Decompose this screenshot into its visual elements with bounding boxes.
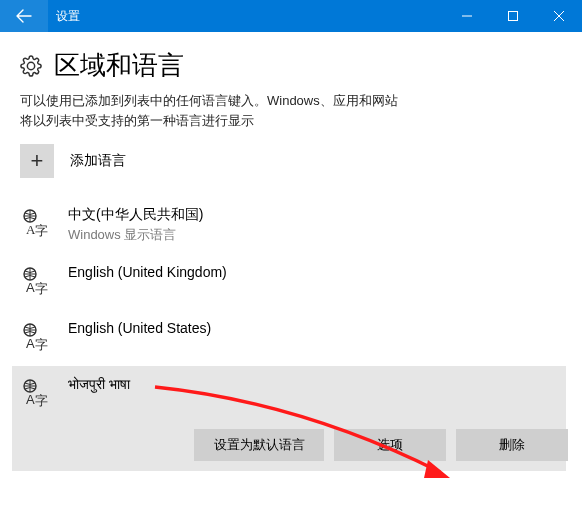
gear-icon: [20, 55, 42, 77]
svg-text:字: 字: [35, 281, 48, 296]
svg-text:字: 字: [35, 393, 48, 408]
language-subtitle: Windows 显示语言: [68, 226, 203, 244]
maximize-icon: [508, 11, 518, 21]
language-item-selected[interactable]: A 字 भोजपुरी भाषा 设置为默认语言 选项 删除: [12, 366, 566, 471]
maximize-button[interactable]: [490, 0, 536, 32]
window-controls: [444, 0, 582, 32]
remove-button[interactable]: 删除: [456, 429, 568, 461]
content-area: 区域和语言 可以使用已添加到列表中的任何语言键入。Windows、应用和网站 将…: [0, 32, 582, 520]
minimize-button[interactable]: [444, 0, 490, 32]
page-title: 区域和语言: [54, 48, 184, 83]
language-actions: 设置为默认语言 选项 删除: [194, 429, 568, 461]
language-item[interactable]: A 字 中文(中华人民共和国) Windows 显示语言: [20, 196, 562, 254]
add-language-button[interactable]: +: [20, 144, 54, 178]
options-button[interactable]: 选项: [334, 429, 446, 461]
close-button[interactable]: [536, 0, 582, 32]
svg-text:字: 字: [35, 223, 48, 238]
svg-text:字: 字: [35, 337, 48, 352]
language-item[interactable]: A 字 English (United States): [20, 310, 562, 366]
language-icon: A 字: [20, 378, 50, 408]
svg-text:A: A: [26, 280, 35, 295]
back-button[interactable]: [0, 0, 48, 32]
language-name: English (United Kingdom): [68, 264, 227, 280]
page-header: 区域和语言: [20, 48, 562, 83]
minimize-icon: [462, 11, 472, 21]
titlebar: 设置: [0, 0, 582, 32]
back-arrow-icon: [16, 8, 32, 24]
close-icon: [554, 11, 564, 21]
language-name: English (United States): [68, 320, 211, 336]
window-title: 设置: [56, 8, 444, 25]
language-icon: A 字: [20, 266, 50, 296]
language-name: भोजपुरी भाषा: [68, 376, 568, 393]
language-item[interactable]: A 字 English (United Kingdom): [20, 254, 562, 310]
language-icon: A 字: [20, 322, 50, 352]
svg-text:A: A: [26, 392, 35, 407]
svg-text:A: A: [26, 336, 35, 351]
set-default-button[interactable]: 设置为默认语言: [194, 429, 324, 461]
language-icon: A 字: [20, 208, 50, 238]
add-language-row[interactable]: + 添加语言: [20, 144, 562, 178]
svg-rect-0: [509, 12, 518, 21]
language-name: 中文(中华人民共和国): [68, 206, 203, 224]
add-language-label: 添加语言: [70, 152, 126, 170]
language-list: A 字 中文(中华人民共和国) Windows 显示语言 A 字 English…: [20, 196, 562, 471]
page-description: 可以使用已添加到列表中的任何语言键入。Windows、应用和网站 将以列表中受支…: [20, 91, 562, 130]
